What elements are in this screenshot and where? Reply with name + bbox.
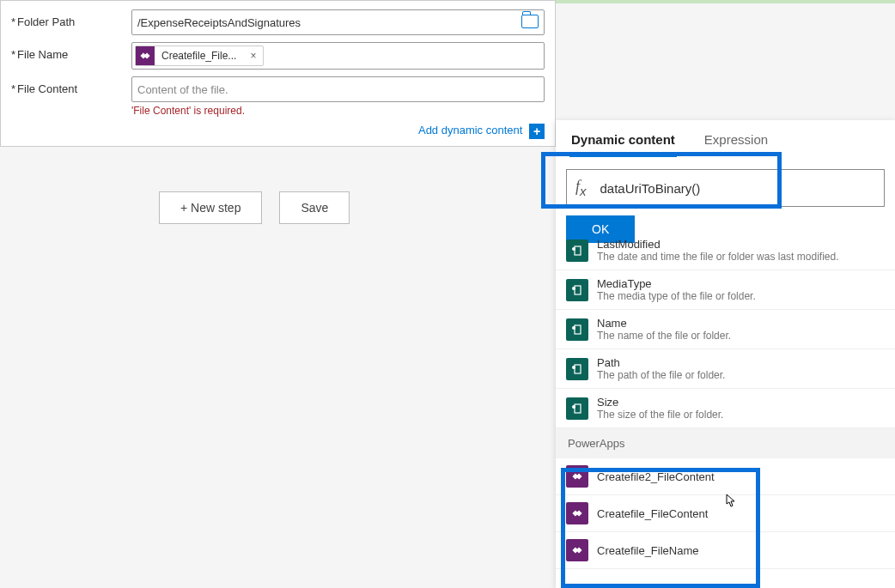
pa-item-title: Createfile2_FileContent (597, 470, 715, 483)
svg-rect-8 (575, 404, 581, 413)
expression-value: dataUriToBinary() (600, 181, 701, 196)
svg-point-7 (572, 366, 575, 369)
action-card: Folder Path /ExpenseReceiptsAndSignature… (0, 0, 556, 147)
dc-item-lastmodified[interactable]: LastModified The date and time the file … (556, 236, 895, 270)
dc-item-desc: The media type of the file or folder. (597, 290, 756, 302)
pa-item-createfile-filename[interactable]: Createfile_FileName (556, 532, 895, 569)
dc-item-title: MediaType (597, 277, 756, 290)
svg-point-1 (572, 247, 575, 251)
file-content-input[interactable]: Content of the file. (131, 76, 545, 102)
svg-point-5 (572, 326, 575, 330)
dc-item-title: LastModified (597, 238, 838, 251)
svg-point-3 (572, 287, 575, 290)
svg-rect-0 (575, 246, 581, 255)
svg-rect-2 (575, 286, 581, 294)
pa-item-createfile2-filecontent[interactable]: Createfile2_FileContent (556, 458, 895, 495)
sharepoint-icon (566, 397, 588, 420)
token-label: Createfile_File... (155, 50, 243, 62)
expression-input[interactable]: fx dataUriToBinary() (566, 169, 885, 207)
powerapps-icon (136, 46, 155, 65)
label-file-name: File Name (11, 42, 131, 61)
folder-picker-icon[interactable] (521, 15, 539, 28)
file-content-placeholder: Content of the file. (137, 83, 228, 96)
tab-expression[interactable]: Expression (703, 127, 770, 157)
label-folder-path: Folder Path (11, 9, 131, 28)
dc-item-name[interactable]: Name The name of the file or folder. (556, 310, 895, 349)
dc-item-size[interactable]: Size The size of the file or folder. (556, 389, 895, 428)
dc-item-path[interactable]: Path The path of the file or folder. (556, 349, 895, 389)
section-powerapps: PowerApps (556, 428, 895, 458)
add-dynamic-content-link[interactable]: Add dynamic content (418, 124, 522, 136)
powerapps-icon (566, 465, 588, 488)
dynamic-token[interactable]: Createfile_File... × (135, 45, 264, 66)
dc-item-desc: The name of the file or folder. (597, 330, 731, 342)
cursor-icon (723, 494, 737, 511)
file-content-error: 'File Content' is required. (131, 105, 545, 117)
folder-path-input[interactable]: /ExpenseReceiptsAndSignatures (131, 9, 545, 35)
svg-rect-6 (575, 365, 581, 373)
dc-item-mediatype[interactable]: MediaType The media type of the file or … (556, 270, 895, 310)
dc-item-title: Path (597, 356, 725, 369)
svg-rect-4 (575, 325, 581, 334)
sharepoint-icon (566, 358, 588, 380)
save-button[interactable]: Save (279, 191, 350, 224)
folder-path-value: /ExpenseReceiptsAndSignatures (137, 16, 301, 29)
add-dynamic-content-button[interactable]: + (529, 124, 545, 139)
label-file-content: File Content (11, 76, 131, 95)
sharepoint-icon (566, 279, 588, 301)
sharepoint-icon (566, 239, 588, 262)
dc-item-desc: The path of the file or folder. (597, 369, 725, 381)
powerapps-icon (566, 539, 588, 561)
powerapps-icon (566, 502, 588, 524)
dynamic-content-panel: Dynamic content Expression fx dataUriToB… (556, 120, 895, 588)
file-name-input[interactable]: Createfile_File... × (131, 42, 545, 70)
dc-item-title: Name (597, 317, 731, 330)
dc-item-desc: The date and time the file or folder was… (597, 251, 838, 263)
token-remove-icon[interactable]: × (243, 50, 263, 62)
new-step-button[interactable]: + New step (159, 191, 262, 224)
dc-item-title: Size (597, 396, 723, 409)
pa-item-title: Createfile_FileContent (597, 507, 708, 520)
dc-item-desc: The size of the file or folder. (597, 409, 723, 421)
svg-point-9 (572, 405, 575, 409)
pa-item-title: Createfile_FileName (597, 544, 699, 557)
fx-icon: fx (575, 178, 587, 198)
tab-dynamic-content[interactable]: Dynamic content (569, 127, 677, 157)
sharepoint-icon (566, 318, 588, 341)
